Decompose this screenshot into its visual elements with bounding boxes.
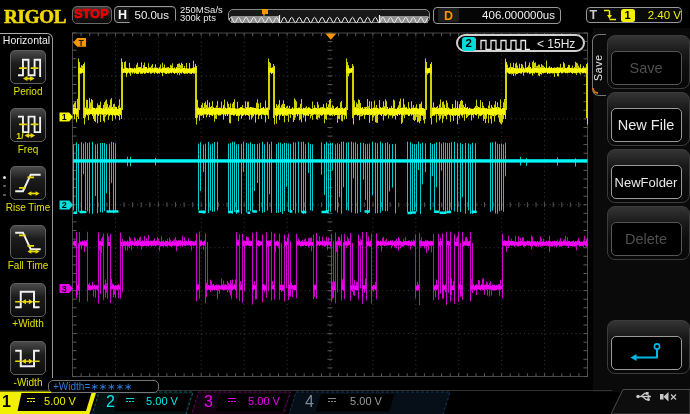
svg-text:T: T xyxy=(78,38,84,48)
svg-text:Save: Save xyxy=(592,55,604,81)
svg-text:1/: 1/ xyxy=(16,130,24,139)
svg-text:1: 1 xyxy=(62,112,67,122)
svg-text:3: 3 xyxy=(62,284,67,294)
svg-text:2: 2 xyxy=(62,200,67,210)
